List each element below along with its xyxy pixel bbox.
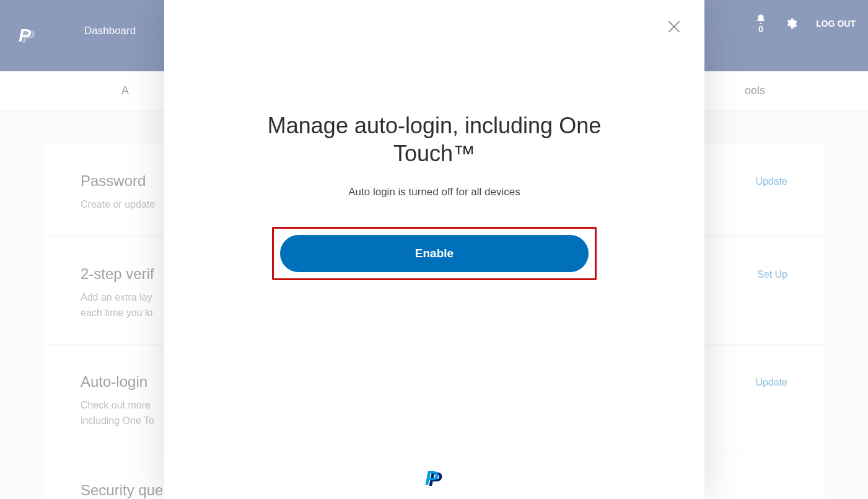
row-desc: Create or update [81, 197, 155, 213]
logout-link[interactable]: LOG OUT [816, 19, 856, 29]
bell-icon [755, 14, 766, 25]
modal-subtitle: Auto login is turned off for all devices [348, 186, 520, 198]
gear-icon[interactable] [785, 17, 797, 30]
row-title: Password [81, 172, 155, 190]
update-link[interactable]: Update [755, 176, 787, 187]
paypal-logo-icon: PP [19, 25, 35, 43]
paypal-logo-icon: PP [425, 467, 444, 488]
modal-body: Manage auto-login, including One Touch™ … [164, 112, 704, 280]
nav-dashboard[interactable]: Dashboard [84, 25, 136, 37]
close-button[interactable] [666, 19, 682, 35]
nav-right: 0 LOG OUT [755, 14, 856, 33]
close-icon [666, 19, 682, 35]
highlight-annotation: Enable [272, 227, 597, 280]
row-title: Auto-login [81, 373, 154, 391]
enable-button[interactable]: Enable [280, 235, 589, 272]
nav-items: Dashboard [84, 25, 136, 37]
row-title: 2-step verif [81, 265, 154, 283]
row-desc: Check out more including One To [81, 398, 154, 429]
modal-title: Manage auto-login, including One Touch™ [236, 112, 633, 167]
setup-link[interactable]: Set Up [757, 269, 787, 280]
row-title: Security que [81, 482, 163, 499]
tab-tools-partial[interactable]: ools [741, 84, 769, 97]
autologin-modal: Manage auto-login, including One Touch™ … [164, 0, 704, 499]
update-link[interactable]: Update [755, 377, 787, 388]
notification-count: 0 [758, 25, 763, 33]
tab-account-partial[interactable]: A [118, 84, 133, 97]
row-desc: Add an extra lay each time you lo [81, 290, 154, 321]
notifications[interactable]: 0 [755, 14, 766, 33]
